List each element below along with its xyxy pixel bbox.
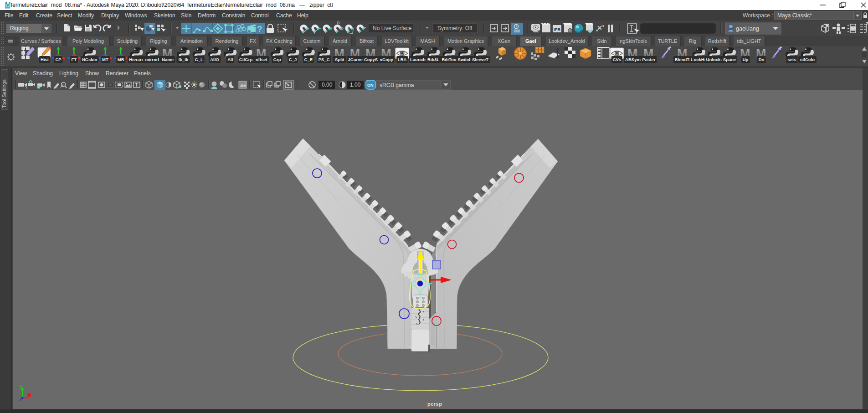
- svg-text:1.00: 1.00: [350, 82, 361, 88]
- svg-text:sRGB gamma: sRGB gamma: [380, 82, 414, 88]
- svg-text:0.00: 0.00: [322, 82, 333, 88]
- svg-text:y: y: [20, 384, 22, 389]
- svg-text:T: T: [135, 82, 139, 88]
- svg-text:ON: ON: [367, 83, 374, 88]
- svg-text:persp: persp: [427, 401, 442, 407]
- svg-text:Tool Settings: Tool Settings: [1, 79, 7, 108]
